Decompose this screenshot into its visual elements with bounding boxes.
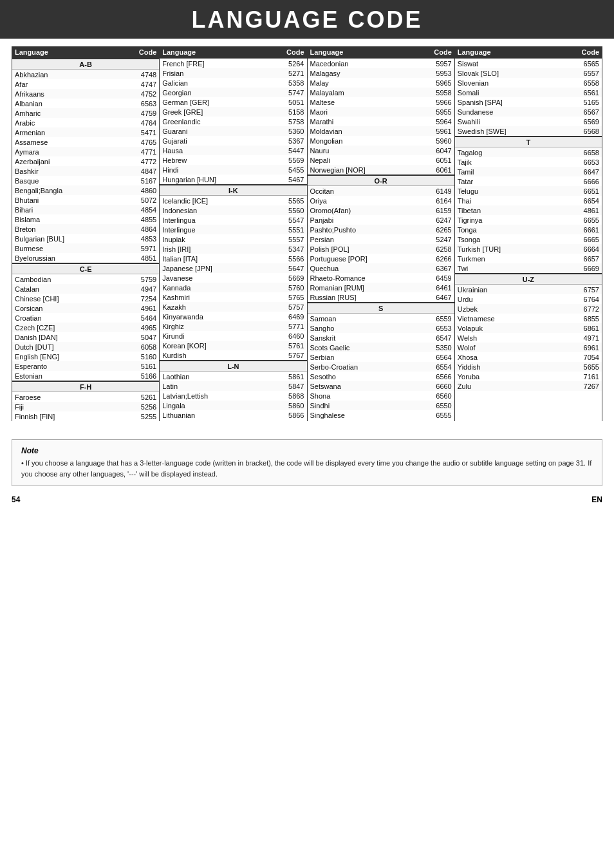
column-3: LanguageCodeSiswat6565Slovak [SLO]6557Sl… bbox=[454, 46, 602, 421]
table-row: Spanish [SPA]5165 bbox=[455, 97, 602, 107]
language-code: 4772 bbox=[132, 156, 159, 166]
table-row: Inupiak5557 bbox=[160, 234, 306, 244]
language-code: 5547 bbox=[280, 215, 307, 225]
language-name: Turkish [TUR] bbox=[455, 244, 575, 254]
table-row: Tatar6666 bbox=[455, 176, 602, 186]
language-code: 4965 bbox=[132, 323, 159, 332]
language-code: 6553 bbox=[427, 323, 454, 333]
language-code: 6557 bbox=[575, 68, 602, 78]
language-name: Czech [CZE] bbox=[12, 323, 132, 332]
table-row: Afar4747 bbox=[12, 79, 159, 89]
language-name: Icelandic [ICE] bbox=[160, 196, 279, 206]
table-row: Yiddish5655 bbox=[455, 362, 602, 372]
language-name: Thai bbox=[455, 196, 575, 205]
table-row: Tamil6647 bbox=[455, 167, 602, 176]
table-row: Bulgarian [BUL]4853 bbox=[12, 234, 159, 243]
language-code: 4854 bbox=[132, 205, 159, 214]
table-row: Slovenian6558 bbox=[455, 78, 602, 88]
language-name: Vietnamese bbox=[455, 314, 575, 323]
table-row: Urdu6764 bbox=[455, 294, 602, 304]
language-code: 5161 bbox=[132, 361, 159, 371]
language-code: 5247 bbox=[427, 234, 454, 244]
table-row: Icelandic [ICE]5565 bbox=[160, 196, 306, 206]
table-row: Bashkir4847 bbox=[12, 166, 159, 176]
language-name: Sindhi bbox=[308, 401, 427, 410]
table-row: Hausa5447 bbox=[160, 146, 306, 155]
language-name: Shona bbox=[308, 391, 427, 401]
language-name: Arabic bbox=[12, 118, 132, 127]
table-row: Albanian6563 bbox=[12, 99, 159, 108]
table-row: Wolof6961 bbox=[455, 343, 602, 352]
table-row: Kirghiz5771 bbox=[160, 321, 306, 331]
language-name: Hungarian [HUN] bbox=[160, 175, 279, 185]
language-code: 5957 bbox=[427, 59, 454, 69]
table-row: Catalan4947 bbox=[12, 284, 159, 294]
language-name: Lithuanian bbox=[160, 410, 279, 420]
language-code: 4861 bbox=[575, 205, 602, 215]
language-code: 4764 bbox=[132, 118, 159, 127]
col-header-code: Code bbox=[427, 46, 454, 59]
page-number: 54 bbox=[12, 495, 20, 504]
table-row: Malagasy5953 bbox=[308, 68, 454, 78]
language-code: 6563 bbox=[132, 99, 159, 108]
language-code: 6664 bbox=[575, 244, 602, 254]
table-row: Croatian5464 bbox=[12, 313, 159, 323]
language-code: 5767 bbox=[280, 350, 307, 361]
lang-label: EN bbox=[591, 495, 602, 504]
language-name: Slovak [SLO] bbox=[455, 68, 575, 78]
language-name: Pashto;Pushto bbox=[308, 225, 427, 234]
language-code: 5971 bbox=[132, 243, 159, 253]
language-name: Abkhazian bbox=[12, 70, 132, 80]
language-name: Bengali;Bangla bbox=[12, 185, 132, 195]
language-code: 6661 bbox=[575, 225, 602, 234]
language-code: 5965 bbox=[427, 78, 454, 88]
language-name: Irish [IRI] bbox=[160, 244, 279, 254]
table-row: Marathi5964 bbox=[308, 117, 454, 126]
language-code: 5847 bbox=[280, 381, 307, 391]
language-name: Tonga bbox=[455, 225, 575, 234]
table-row: Fiji5256 bbox=[12, 402, 159, 411]
language-code: 4855 bbox=[132, 214, 159, 224]
section-label-C-E: C-E bbox=[12, 263, 159, 274]
table-row: Welsh4971 bbox=[455, 333, 602, 343]
language-code: 5271 bbox=[280, 68, 307, 78]
language-name: Wolof bbox=[455, 343, 575, 352]
table-row: Quechua6367 bbox=[308, 263, 454, 273]
table-row: Bislama4855 bbox=[12, 214, 159, 224]
language-code: 6764 bbox=[575, 294, 602, 304]
language-code: 6665 bbox=[575, 234, 602, 244]
language-code: 4971 bbox=[575, 333, 602, 343]
language-name: Nepali bbox=[308, 155, 427, 165]
language-name: Armenian bbox=[12, 127, 132, 137]
table-row: Malayalam5958 bbox=[308, 88, 454, 97]
language-name: Setswana bbox=[308, 381, 427, 391]
table-row: Burmese5971 bbox=[12, 243, 159, 253]
table-row: Kinyarwanda6469 bbox=[160, 312, 306, 321]
language-code: 6547 bbox=[427, 333, 454, 343]
table-row: Kashmiri5765 bbox=[160, 292, 306, 302]
language-code: 5747 bbox=[280, 88, 307, 97]
language-code: 5565 bbox=[280, 196, 307, 206]
table-row: Javanese5669 bbox=[160, 273, 306, 283]
language-name: Croatian bbox=[12, 313, 132, 323]
table-row: Polish [POL]6258 bbox=[308, 244, 454, 254]
table-row: Sundanese6567 bbox=[455, 107, 602, 117]
language-name: Malayalam bbox=[308, 88, 427, 97]
section-label-A-B: A-B bbox=[12, 59, 159, 70]
table-row: Russian [RUS]6467 bbox=[308, 292, 454, 303]
language-code: 5569 bbox=[280, 155, 307, 165]
language-code: 6550 bbox=[427, 401, 454, 410]
language-name: Faroese bbox=[12, 392, 132, 402]
table-row: Serbo-Croatian6554 bbox=[308, 362, 454, 372]
language-code: 5860 bbox=[280, 401, 307, 410]
language-name: Bhutani bbox=[12, 195, 132, 205]
language-code: 6266 bbox=[427, 254, 454, 263]
table-row: Interlingua5547 bbox=[160, 215, 306, 225]
language-code: 6555 bbox=[427, 410, 454, 420]
table-row: Persian5247 bbox=[308, 234, 454, 244]
language-code: 6855 bbox=[575, 314, 602, 323]
column-1: LanguageCodeFrench [FRE]5264Frisian5271G… bbox=[159, 46, 306, 421]
language-table: LanguageCodeA-BAbkhazian4748Afar4747Afri… bbox=[12, 46, 602, 421]
language-code: 4961 bbox=[132, 303, 159, 313]
language-code: 4853 bbox=[132, 234, 159, 243]
